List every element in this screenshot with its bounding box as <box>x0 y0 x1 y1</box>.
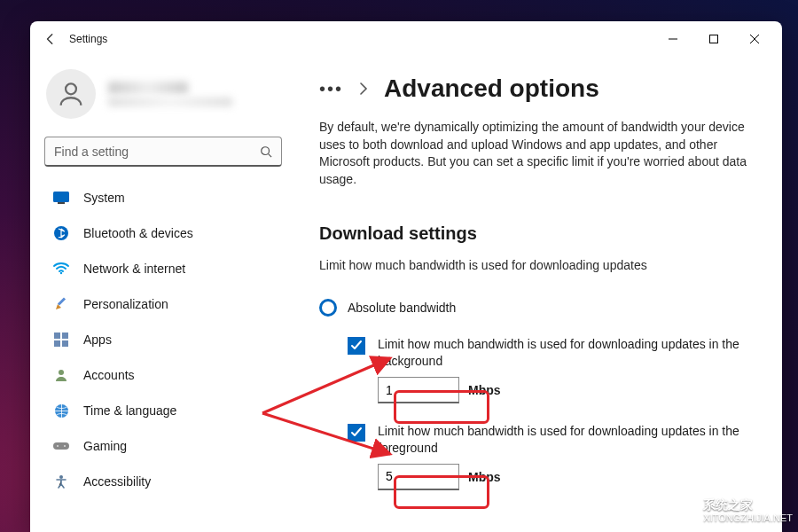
sidebar-item-label: Apps <box>83 332 112 347</box>
breadcrumb: ••• Advanced options <box>319 74 755 103</box>
checkbox-icon <box>348 424 365 442</box>
maximize-button[interactable] <box>693 25 734 53</box>
watermark-text-url: XITONGZHIJIA.NET <box>703 512 793 523</box>
accessibility-icon <box>53 473 69 489</box>
background-bandwidth-input[interactable] <box>378 377 459 403</box>
close-button[interactable] <box>734 25 775 53</box>
svg-rect-11 <box>58 297 66 305</box>
svg-rect-12 <box>54 332 60 339</box>
content-pane: ••• Advanced options By default, we're d… <box>296 57 782 532</box>
avatar <box>46 69 96 119</box>
watermark-logo-icon <box>661 495 698 527</box>
sidebar-item-label: Accounts <box>83 368 135 382</box>
background-limit-input-row: Mbps <box>378 377 755 403</box>
foreground-limit-row[interactable]: Limit how much bandwidth is used for dow… <box>348 423 755 457</box>
back-icon[interactable] <box>44 33 57 45</box>
sidebar-item-system[interactable]: System <box>43 181 284 215</box>
chevron-right-icon <box>359 82 368 95</box>
titlebar: Settings <box>30 21 782 57</box>
watermark: 系统之家 XITONGZHIJIA.NET <box>661 495 793 527</box>
personalization-icon <box>53 296 69 312</box>
minimize-button[interactable] <box>653 25 693 53</box>
sidebar-item-label: Network & internet <box>83 262 185 276</box>
download-settings-sub: Limit how much bandwidth is used for dow… <box>319 258 755 272</box>
radio-icon <box>319 299 337 317</box>
search-icon <box>260 145 272 158</box>
sidebar-item-label: System <box>83 191 125 205</box>
svg-rect-8 <box>58 202 65 204</box>
svg-point-20 <box>64 445 66 447</box>
app-title: Settings <box>69 33 107 45</box>
sidebar-item-gaming[interactable]: Gaming <box>43 429 284 463</box>
foreground-limit-label: Limit how much bandwidth is used for dow… <box>378 423 750 457</box>
system-icon <box>53 190 69 206</box>
sidebar-item-apps[interactable]: Apps <box>43 323 284 356</box>
radio-label: Absolute bandwidth <box>348 301 456 315</box>
sidebar-item-label: Time & language <box>83 403 176 418</box>
breadcrumb-more-icon[interactable]: ••• <box>319 79 343 99</box>
wifi-icon <box>53 261 69 277</box>
intro-text: By default, we're dynamically optimizing… <box>319 119 755 188</box>
sidebar-item-accounts[interactable]: Accounts <box>43 358 284 392</box>
sidebar-item-bluetooth[interactable]: Bluetooth & devices <box>43 216 284 250</box>
sidebar-item-time[interactable]: Time & language <box>43 394 284 427</box>
search-input[interactable] <box>54 145 260 159</box>
svg-point-21 <box>59 475 63 479</box>
download-settings-heading: Download settings <box>319 223 755 244</box>
svg-point-16 <box>59 370 64 375</box>
foreground-limit-input-row: Mbps <box>378 464 755 490</box>
background-limit-row[interactable]: Limit how much bandwidth is used for dow… <box>348 336 755 370</box>
absolute-bandwidth-radio-row[interactable]: Absolute bandwidth <box>319 299 755 317</box>
watermark-text-cn: 系统之家 <box>703 498 793 512</box>
svg-rect-14 <box>54 340 60 347</box>
sidebar-item-label: Gaming <box>83 439 127 453</box>
sidebar-item-personalization[interactable]: Personalization <box>43 287 284 321</box>
svg-rect-18 <box>53 442 69 450</box>
svg-rect-1 <box>710 35 718 43</box>
page-title: Advanced options <box>384 74 599 103</box>
svg-point-10 <box>60 272 62 274</box>
apps-icon <box>53 332 69 348</box>
profile-block[interactable] <box>43 64 284 131</box>
sidebar-item-label: Bluetooth & devices <box>83 226 193 240</box>
svg-rect-7 <box>53 192 69 202</box>
svg-point-5 <box>262 146 270 154</box>
svg-line-6 <box>269 153 272 157</box>
sidebar: System Bluetooth & devices Network & int… <box>30 57 296 532</box>
nav-list: System Bluetooth & devices Network & int… <box>43 181 284 498</box>
clock-globe-icon <box>53 403 69 419</box>
svg-rect-15 <box>62 340 68 347</box>
svg-point-4 <box>66 83 76 94</box>
unit-label: Mbps <box>468 470 501 484</box>
sidebar-item-network[interactable]: Network & internet <box>43 252 284 286</box>
accounts-icon <box>53 367 69 383</box>
bluetooth-icon <box>53 225 69 241</box>
svg-rect-13 <box>62 332 68 339</box>
checkbox-icon <box>348 337 365 355</box>
settings-window: Settings <box>30 21 782 532</box>
unit-label: Mbps <box>468 383 501 397</box>
sidebar-item-label: Personalization <box>83 297 168 311</box>
foreground-bandwidth-input[interactable] <box>378 464 459 490</box>
sidebar-item-accessibility[interactable]: Accessibility <box>43 465 284 498</box>
sidebar-item-label: Accessibility <box>83 474 151 489</box>
profile-text <box>108 82 280 106</box>
search-box[interactable] <box>44 137 282 167</box>
gaming-icon <box>53 438 69 454</box>
background-limit-label: Limit how much bandwidth is used for dow… <box>378 336 750 370</box>
svg-point-19 <box>57 445 59 447</box>
